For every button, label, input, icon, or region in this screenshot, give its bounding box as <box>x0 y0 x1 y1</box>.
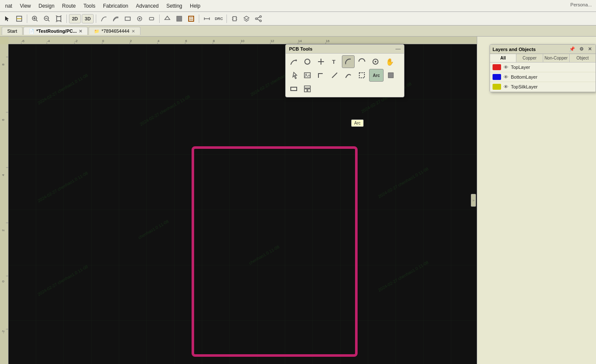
watermark: 2024-02-27 chenhao1.0 11-08 <box>139 94 191 127</box>
tool-text[interactable]: T <box>328 55 341 68</box>
tool-route-track[interactable] <box>287 55 300 68</box>
sep1 <box>27 14 27 23</box>
silk-layer-name: TopSilkLayer <box>511 84 538 89</box>
measure[interactable] <box>201 13 212 24</box>
bottom-layer-eye[interactable]: 👁 <box>504 74 508 80</box>
watermark: 2024-02-27 chenhao1.0 11-08 <box>37 73 89 105</box>
route-multi[interactable] <box>110 13 121 24</box>
layer-row-silk[interactable]: 👁 TopSilkLayer <box>490 82 596 92</box>
polygon-btn[interactable] <box>162 13 173 24</box>
tool-curved[interactable] <box>342 69 355 82</box>
tool-arc-label[interactable]: Arc <box>369 69 384 82</box>
svg-text:-4: -4 <box>47 39 50 43</box>
drc-btn[interactable]: DRC <box>213 13 224 24</box>
menu-setting[interactable]: Setting <box>163 2 186 10</box>
zoom-in-btn[interactable] <box>29 13 40 24</box>
tool-full-circle[interactable] <box>369 55 382 68</box>
panel-settings-icon[interactable]: ⚙ <box>578 46 585 52</box>
pcb-tools-minimize[interactable]: — <box>395 46 401 52</box>
svg-point-74 <box>305 59 310 64</box>
menu-route[interactable]: Route <box>59 2 79 10</box>
svg-point-29 <box>260 20 261 22</box>
svg-rect-87 <box>291 87 297 91</box>
layer-tab-non-copper[interactable]: Non-Copper <box>543 54 570 62</box>
tool-pin[interactable] <box>315 55 327 68</box>
svg-text:✋: ✋ <box>386 58 393 65</box>
pcb-rectangle[interactable] <box>192 146 358 357</box>
tab-number[interactable]: 📁 *7894654444 ✕ <box>89 27 140 35</box>
svg-text:-2: -2 <box>1 330 5 333</box>
menu-tools[interactable]: Tools <box>80 2 99 10</box>
canvas-area[interactable]: 2024-02-27 chenhao1.0 11-08 2024-02-27 c… <box>9 44 477 364</box>
menu-advanced[interactable]: Advanced <box>132 2 162 10</box>
fill-btn[interactable] <box>174 13 185 24</box>
tool-cutout[interactable] <box>287 82 300 95</box>
svg-text:12: 12 <box>270 39 274 43</box>
pad-btn[interactable] <box>146 13 157 24</box>
tool-select[interactable] <box>287 69 300 82</box>
layers-btn[interactable] <box>241 13 252 24</box>
fit-view-btn[interactable] <box>53 13 64 24</box>
right-edge-toggle[interactable]: > <box>471 194 476 207</box>
via-btn[interactable] <box>134 13 145 24</box>
layers-panel-header: Layers and Objects 📌 ⚙ ✕ <box>490 45 596 54</box>
tab-number-close[interactable]: ✕ <box>132 29 135 34</box>
3d-btn[interactable]: 3D <box>82 14 94 23</box>
svg-rect-90 <box>304 86 310 88</box>
layer-tab-object[interactable]: Object <box>570 54 596 62</box>
tool-corner[interactable] <box>315 69 327 82</box>
tool-circle[interactable] <box>301 55 314 68</box>
svg-marker-27 <box>244 16 249 20</box>
auto-route[interactable] <box>122 13 133 24</box>
svg-text:0: 0 <box>1 280 5 282</box>
menu-view[interactable]: View <box>17 2 34 10</box>
zoom-out-btn[interactable] <box>41 13 52 24</box>
watermark: 2024-02-27 chenhao1.0 11-08 <box>37 264 89 297</box>
top-layer-name: TopLayer <box>511 65 530 70</box>
tool-arc2[interactable] <box>355 55 368 68</box>
tab-start[interactable]: Start <box>2 27 23 35</box>
silk-layer-eye[interactable]: 👁 <box>504 84 508 89</box>
tab-test-routing[interactable]: 📄 *TestRouting/PC... ✕ <box>23 27 88 35</box>
highlight-btn[interactable] <box>14 13 25 24</box>
svg-marker-81 <box>293 72 297 79</box>
cursor-btn[interactable] <box>2 13 13 24</box>
svg-rect-10 <box>125 17 130 20</box>
svg-text:4: 4 <box>158 39 160 43</box>
ruler-left: 8 6 4 2 0 -2 <box>0 44 9 364</box>
layer-tab-copper[interactable]: Copper <box>516 54 543 62</box>
tool-pan[interactable]: ✋ <box>383 55 395 68</box>
svg-text:6: 6 <box>1 119 5 121</box>
copper-area[interactable] <box>186 13 197 24</box>
pcb-tools-body: T ✋ <box>286 54 404 97</box>
share-btn[interactable] <box>253 13 264 24</box>
layer-row-top[interactable]: 👁 TopLayer <box>490 63 596 72</box>
comp-btn[interactable] <box>229 13 240 24</box>
menu-help[interactable]: Help <box>186 2 204 10</box>
watermark: 2024-02-27 chenhao1.0 11-08 <box>37 171 89 203</box>
tool-image[interactable] <box>301 69 314 82</box>
svg-rect-15 <box>177 16 182 21</box>
svg-rect-16 <box>189 16 194 21</box>
svg-line-31 <box>257 17 260 18</box>
panel-close-icon[interactable]: ✕ <box>587 46 593 52</box>
menu-nat[interactable]: nat <box>2 2 16 10</box>
layer-tab-all[interactable]: All <box>490 54 516 62</box>
tool-arc[interactable] <box>342 55 355 68</box>
sep2 <box>66 14 67 23</box>
menu-design[interactable]: Design <box>35 2 57 10</box>
menu-fabrication[interactable]: Fabrication <box>100 2 132 10</box>
tool-layout[interactable] <box>301 82 314 95</box>
panel-pin-icon[interactable]: 📌 <box>568 46 576 52</box>
2d-btn[interactable]: 2D <box>69 14 81 23</box>
svg-rect-13 <box>149 17 154 20</box>
tool-rect-select[interactable] <box>355 69 368 82</box>
route-single[interactable] <box>98 13 109 24</box>
pcb-tools-header[interactable]: PCB Tools — <box>286 45 404 54</box>
toolbar: 2D 3D DRC <box>0 12 596 26</box>
tool-fill-rect[interactable] <box>384 69 397 82</box>
tool-diagonal[interactable] <box>328 69 341 82</box>
top-layer-eye[interactable]: 👁 <box>504 65 508 70</box>
tab-test-routing-close[interactable]: ✕ <box>79 29 82 34</box>
layer-row-bottom[interactable]: 👁 BottomLayer <box>490 72 596 82</box>
